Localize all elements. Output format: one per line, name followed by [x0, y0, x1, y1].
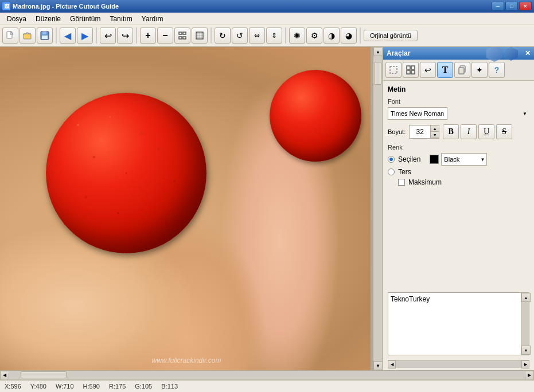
flip-h-button[interactable]: ⇔ — [249, 28, 265, 44]
vscroll-track[interactable] — [373, 56, 382, 361]
tool-text-button[interactable]: T — [437, 62, 453, 78]
new-button[interactable] — [2, 28, 18, 44]
hscroll-thumb[interactable] — [21, 371, 67, 378]
size-up-button[interactable]: ▲ — [431, 126, 439, 132]
canvas-wrapper: www.fullcrackindir.com ▲ ▼ Araçlar — [0, 47, 534, 379]
secilen-radio[interactable] — [388, 156, 395, 163]
vscroll-down-button[interactable]: ▼ — [373, 361, 383, 370]
underline-button[interactable]: U — [478, 124, 494, 139]
text-content: TeknoTurkey — [391, 295, 430, 303]
svg-rect-4 — [42, 36, 48, 39]
text-hscroll-track — [396, 360, 521, 368]
toolbar-sep-4 — [211, 28, 212, 44]
text-vscroll-down[interactable]: ▼ — [521, 346, 531, 355]
menu-goruntum[interactable]: Görüntüm — [65, 14, 105, 24]
open-button[interactable] — [20, 28, 36, 44]
strikethrough-button[interactable]: S — [496, 124, 512, 139]
color-dropdown-area: Black White Red — [430, 153, 487, 166]
tool-wand-button[interactable]: ✦ — [471, 62, 488, 78]
svg-rect-6 — [183, 32, 186, 34]
rotate-ccw-button[interactable]: ↺ — [232, 28, 248, 44]
hscroll-track[interactable] — [9, 371, 525, 379]
text-hscroll-right[interactable]: ▶ — [521, 360, 529, 369]
flip-v-button[interactable]: ⇕ — [266, 28, 282, 44]
rotate-cw-button[interactable]: ↻ — [215, 28, 231, 44]
close-button[interactable]: ✕ — [519, 2, 532, 11]
ters-radio[interactable] — [388, 168, 395, 175]
color-select[interactable]: Black White Red — [441, 153, 487, 166]
size-label: Boyut: — [388, 128, 406, 135]
menu-dosya[interactable]: Dosya — [2, 14, 31, 24]
color-swatch — [430, 155, 439, 164]
original-view-button[interactable]: Orjinal görüntü — [364, 30, 418, 41]
zoom-out-button[interactable]: − — [157, 28, 173, 44]
renk-section: Renk Seçilen B — [388, 144, 529, 186]
text-vscrollbar[interactable]: ▲ ▼ — [521, 293, 529, 355]
size-down-button[interactable]: ▼ — [431, 132, 439, 138]
canvas-hscrollbar[interactable]: ◀ ▶ — [0, 370, 534, 379]
menu-tanitim[interactable]: Tanıtım — [105, 14, 137, 24]
save-button[interactable] — [37, 28, 53, 44]
panel-close-button[interactable]: ✕ — [525, 49, 531, 57]
tool-copy-button[interactable] — [454, 62, 470, 78]
text-hscroll-left[interactable]: ◀ — [388, 360, 396, 369]
tool-info-button[interactable]: ? — [489, 62, 505, 78]
canvas-vscrollbar[interactable]: ▲ ▼ — [373, 47, 382, 370]
italic-button[interactable]: I — [461, 124, 477, 139]
toolbar-sep-2 — [96, 28, 97, 44]
tool-grid-button[interactable] — [403, 62, 419, 78]
size-input-wrapper: ▲ ▼ — [409, 125, 439, 139]
tool-select-button[interactable] — [385, 62, 402, 78]
brightness-button[interactable]: ◕ — [341, 28, 357, 44]
image-display: www.fullcrackindir.com — [0, 47, 373, 370]
minimize-button[interactable]: ─ — [492, 2, 504, 11]
maximize-button[interactable]: □ — [505, 2, 518, 11]
panel-divider[interactable] — [371, 47, 373, 370]
status-b: B:113 — [161, 383, 178, 390]
effects-button[interactable]: ✺ — [289, 28, 305, 44]
tool-back-button[interactable]: ↩ — [420, 62, 436, 78]
font-row: Times New Roman — [388, 107, 529, 120]
undo-button[interactable]: ↩ — [100, 28, 116, 44]
maksimum-checkbox[interactable] — [398, 179, 405, 186]
font-select-wrapper[interactable]: Times New Roman — [388, 107, 529, 120]
title-bar: 🖼 Madrona.jpg - Picture Cutout Guide ─ □… — [0, 0, 534, 13]
vscroll-up-button[interactable]: ▲ — [373, 47, 383, 56]
forward-button[interactable]: ▶ — [77, 28, 93, 44]
settings-button[interactable]: ⚙ — [306, 28, 322, 44]
color-select-wrapper[interactable]: Black White Red — [441, 153, 487, 166]
text-area-content: TeknoTurkey — [388, 293, 521, 355]
contrast-button[interactable]: ◑ — [323, 28, 340, 44]
fit-button[interactable] — [174, 28, 190, 44]
text-vscroll-up[interactable]: ▲ — [521, 293, 531, 302]
svg-rect-17 — [407, 66, 410, 69]
back-button[interactable]: ◀ — [60, 28, 76, 44]
font-select[interactable]: Times New Roman — [388, 107, 447, 120]
menu-duzenle[interactable]: Düzenle — [31, 14, 65, 24]
toolbar-sep-5 — [285, 28, 286, 44]
vscroll-thumb[interactable] — [374, 62, 381, 85]
zoom-in-button[interactable]: + — [140, 28, 156, 44]
hex-deco-1 — [486, 47, 502, 62]
panel-decorations — [486, 47, 518, 62]
berry-main — [46, 93, 206, 253]
menu-yardim[interactable]: Yardım — [137, 14, 168, 24]
canvas-area[interactable]: www.fullcrackindir.com — [0, 47, 373, 370]
svg-rect-7 — [179, 37, 182, 39]
redo-button[interactable]: ↪ — [117, 28, 133, 44]
toolbar-sep-3 — [136, 28, 137, 44]
maksimum-row: Maksimum — [388, 178, 529, 186]
secilen-label: Seçilen — [398, 155, 420, 163]
size-input[interactable] — [410, 126, 430, 138]
text-hscrollbar[interactable]: ◀ ▶ — [388, 360, 529, 368]
hscroll-left-button[interactable]: ◀ — [0, 371, 9, 380]
size-spinners: ▲ ▼ — [430, 126, 439, 138]
bold-button[interactable]: B — [443, 124, 459, 139]
panel-content: Metin Font Times New Roman Bo — [383, 81, 534, 292]
hscroll-right-button[interactable]: ▶ — [525, 371, 534, 380]
svg-rect-1 — [24, 34, 31, 39]
actual-size-button[interactable] — [192, 28, 208, 44]
menu-bar: Dosya Düzenle Görüntüm Tanıtım Yardım — [0, 13, 534, 25]
canvas-main: www.fullcrackindir.com ▲ ▼ Araçlar — [0, 47, 534, 370]
app-icon: 🖼 — [2, 2, 10, 10]
